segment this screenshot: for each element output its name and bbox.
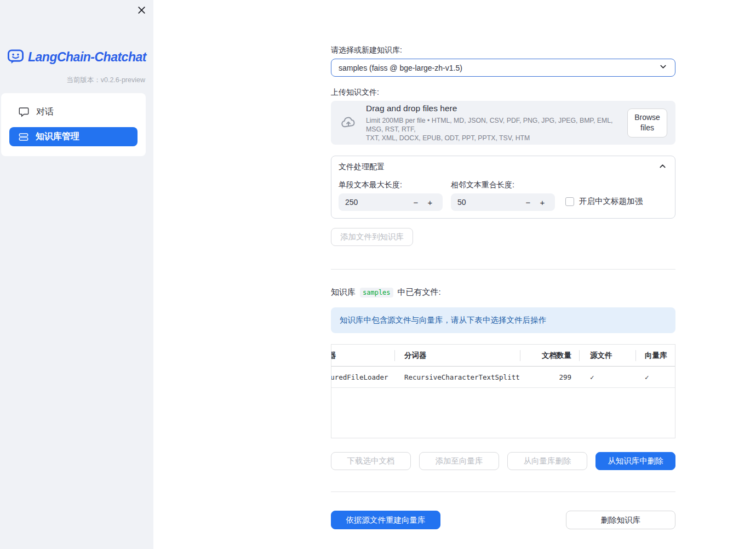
- cell-loader: UnstructuredFileLoader: [331, 367, 394, 387]
- delete-from-vectorstore-button[interactable]: 从向量库删除: [507, 452, 587, 470]
- app-logo: LangChain-Chatchat: [7, 48, 146, 67]
- expander-title: 文件处理配置: [339, 162, 385, 172]
- download-selected-button[interactable]: 下载选中文档: [331, 452, 411, 470]
- nav-item-label: 对话: [36, 106, 54, 118]
- chunk-size-stepper[interactable]: 250 − +: [339, 193, 443, 211]
- kb-select-value: samples (faiss @ bge-large-zh-v1.5): [339, 64, 462, 72]
- chevron-down-icon: [659, 62, 667, 73]
- file-config-expander: 文件处理配置 单段文本最大长度: 相邻文本重合长度: 250 − + 50 − …: [331, 156, 675, 219]
- overlap-label: 相邻文本重合长度:: [451, 180, 514, 190]
- info-banner: 知识库中包含源文件与向量库，请从下表中选择文件后操作: [331, 307, 675, 333]
- dropzone-text: Drag and drop files here Limit 200MB per…: [366, 104, 627, 142]
- table-header: 文档加载器 分词器 文档数量 源文件 向量库: [331, 345, 675, 367]
- sidebar: LangChain-Chatchat 当前版本：v0.2.6-preview 对…: [0, 0, 153, 549]
- kb-files-line: 知识库 samples 中已有文件:: [331, 287, 441, 298]
- chunk-size-value: 250: [345, 198, 409, 207]
- col-header-splitter[interactable]: 分词器: [394, 345, 520, 366]
- overlap-minus-button[interactable]: −: [521, 198, 535, 207]
- delete-kb-button[interactable]: 删除知识库: [566, 511, 675, 529]
- table-row[interactable]: UnstructuredFileLoader RecursiveCharacte…: [331, 367, 675, 388]
- add-to-vectorstore-button[interactable]: 添加至向量库: [419, 452, 499, 470]
- logo-text: LangChain-Chatchat: [28, 50, 146, 65]
- chunk-size-minus-button[interactable]: −: [409, 198, 423, 207]
- col-header-vector-store[interactable]: 向量库: [635, 345, 676, 366]
- cell-vector-store-check: ✓: [635, 367, 676, 387]
- file-dropzone[interactable]: Drag and drop files here Limit 200MB per…: [331, 101, 675, 145]
- col-header-loader[interactable]: 文档加载器: [331, 345, 394, 366]
- chevron-up-icon: [658, 162, 667, 172]
- divider: [331, 491, 675, 492]
- kb-name-code: samples: [360, 288, 393, 298]
- kb-select-label: 请选择或新建知识库:: [331, 45, 402, 55]
- delete-from-kb-button[interactable]: 从知识库中删除: [595, 452, 675, 470]
- rebuild-vectorstore-button[interactable]: 依据源文件重建向量库: [331, 511, 440, 529]
- divider: [331, 269, 675, 270]
- nav-item-label: 知识库管理: [36, 131, 79, 142]
- cell-doc-count: 299: [520, 367, 579, 387]
- dropzone-title: Drag and drop files here: [366, 104, 627, 113]
- chat-bubble-icon: [19, 107, 29, 117]
- nav-menu: 对话 知识库管理: [1, 93, 146, 156]
- col-header-doc-count[interactable]: 文档数量: [520, 345, 579, 366]
- chunk-size-plus-button[interactable]: +: [423, 198, 437, 207]
- app-root: LangChain-Chatchat 当前版本：v0.2.6-preview 对…: [0, 0, 756, 549]
- version-text: 当前版本：v0.2.6-preview: [0, 76, 145, 85]
- main-content: 请选择或新建知识库: samples (faiss @ bge-large-zh…: [153, 0, 756, 549]
- chunk-size-label: 单段文本最大长度:: [339, 180, 402, 190]
- overlap-plus-button[interactable]: +: [535, 198, 549, 207]
- overlap-value: 50: [457, 198, 521, 207]
- chatchat-logo-icon: [7, 48, 24, 67]
- expander-header[interactable]: 文件处理配置: [331, 156, 675, 172]
- zh-title-checkbox-label: 开启中文标题加强: [579, 196, 643, 207]
- overlap-stepper[interactable]: 50 − +: [451, 193, 555, 211]
- kb-stack-icon: [19, 132, 28, 142]
- row-actions: 下载选中文档 添加至向量库 从向量库删除 从知识库中删除: [331, 452, 675, 470]
- cell-splitter: RecursiveCharacterTextSplitter: [394, 367, 520, 387]
- col-header-source-file[interactable]: 源文件: [579, 345, 635, 366]
- cell-source-file-check: ✓: [579, 367, 635, 387]
- dropzone-limit: Limit 200MB per file • HTML, MD, JSON, C…: [366, 116, 627, 142]
- browse-files-button[interactable]: Browse files: [627, 108, 667, 138]
- upload-cloud-icon: [340, 114, 357, 131]
- kb-select-dropdown[interactable]: samples (faiss @ bge-large-zh-v1.5): [331, 59, 675, 77]
- nav-item-dialogue[interactable]: 对话: [9, 102, 138, 122]
- nav-item-kb-management[interactable]: 知识库管理: [9, 127, 138, 146]
- upload-label: 上传知识文件:: [331, 88, 379, 98]
- zh-title-checkbox-row: 开启中文标题加强: [565, 196, 643, 207]
- zh-title-checkbox[interactable]: [565, 197, 574, 206]
- sidebar-close-icon[interactable]: [134, 2, 149, 18]
- kb-files-table: 文档加载器 分词器 文档数量 源文件 向量库 UnstructuredFileL…: [331, 344, 675, 438]
- add-files-to-kb-button[interactable]: 添加文件到知识库: [331, 228, 413, 246]
